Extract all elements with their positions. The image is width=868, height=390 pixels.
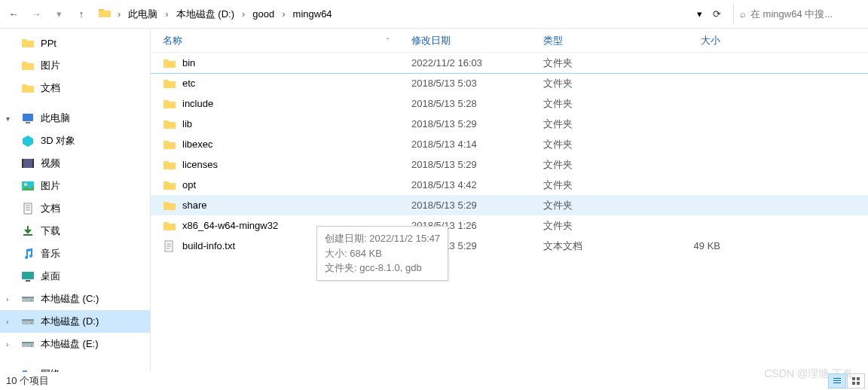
file-row[interactable]: lib2018/5/13 5:29文件夹 xyxy=(151,114,868,134)
tree-item[interactable]: 桌面 xyxy=(0,265,150,288)
file-row[interactable]: build-info.txt2018/5/13 5:29文本文档49 KB xyxy=(151,236,868,256)
tree-item-label: 图片 xyxy=(41,59,60,72)
thumbnails-view-button[interactable] xyxy=(847,373,865,388)
file-name: share xyxy=(182,200,411,211)
svg-rect-8 xyxy=(24,203,32,214)
svg-rect-31 xyxy=(833,378,841,379)
music-icon xyxy=(21,247,35,261)
breadcrumb-dropdown[interactable]: ▾ xyxy=(697,8,702,20)
svg-rect-16 xyxy=(22,297,34,298)
file-type: 文件夹 xyxy=(543,117,660,131)
svg-rect-19 xyxy=(22,319,34,321)
svg-rect-35 xyxy=(857,377,860,380)
details-view-button[interactable] xyxy=(828,373,846,388)
docs-icon xyxy=(21,202,35,215)
txt-icon xyxy=(163,240,178,252)
pictures-icon xyxy=(21,179,35,193)
header-label: 名称 xyxy=(163,34,182,47)
file-row[interactable]: include2018/5/13 5:28文件夹 xyxy=(151,93,868,114)
drive-icon xyxy=(21,292,35,306)
tree-item[interactable]: 图片 xyxy=(0,54,150,77)
tooltip-line: 大小: 684 KB xyxy=(325,246,440,261)
folder-icon xyxy=(163,58,178,69)
file-row[interactable]: etc2018/5/13 5:03文件夹 xyxy=(151,73,868,93)
back-button[interactable]: ← xyxy=(3,4,24,25)
tree-item[interactable]: ›本地磁盘 (D:) xyxy=(0,310,150,333)
navigation-tree: PPt图片文档▾此电脑3D 对象视频图片文档下载音乐桌面›本地磁盘 (C:)›本… xyxy=(0,29,151,372)
refresh-button[interactable]: ⟳ xyxy=(707,5,727,23)
file-name: etc xyxy=(182,78,411,89)
column-header-name[interactable]: 名称 ˆ xyxy=(163,34,411,47)
svg-rect-14 xyxy=(26,280,30,282)
file-type: 文件夹 xyxy=(543,158,660,172)
column-headers: 名称 ˆ 修改日期 类型 大小 xyxy=(151,29,868,53)
tree-item-label: 此电脑 xyxy=(41,111,70,125)
tree-item-label: 视频 xyxy=(41,157,60,170)
recent-button[interactable]: ▾ xyxy=(48,4,69,25)
file-type: 文件夹 xyxy=(543,138,660,151)
svg-rect-1 xyxy=(23,114,33,121)
file-row[interactable]: libexec2018/5/13 4:14文件夹 xyxy=(151,134,868,154)
file-type: 文本文档 xyxy=(543,239,660,253)
breadcrumb-item[interactable]: 本地磁盘 (D:) xyxy=(172,5,239,23)
tree-item[interactable]: 音乐 xyxy=(0,242,150,265)
drive-icon xyxy=(21,337,35,351)
tree-item-label: 文档 xyxy=(41,81,60,95)
tree-item[interactable]: 视频 xyxy=(0,152,150,175)
tree-item[interactable]: 图片 xyxy=(0,175,150,197)
search-input[interactable]: ⌕ 在 mingw64 中搜... xyxy=(733,4,865,25)
search-placeholder: 在 mingw64 中搜... xyxy=(750,8,833,21)
tree-item-label: 本地磁盘 (E:) xyxy=(41,337,99,351)
tree-item[interactable]: 下载 xyxy=(0,220,150,242)
item-count: 10 个项目 xyxy=(6,374,49,388)
tree-item[interactable]: ›本地磁盘 (C:) xyxy=(0,288,150,310)
pc-icon xyxy=(21,111,35,125)
search-icon: ⌕ xyxy=(740,8,746,20)
chevron-icon: › xyxy=(6,318,8,326)
file-row[interactable]: opt2018/5/13 4:42文件夹 xyxy=(151,175,868,195)
breadcrumb[interactable]: › 此电脑 › 本地磁盘 (D:) › good › mingw64 ▾ ⟳ xyxy=(98,5,733,23)
column-header-type[interactable]: 类型 xyxy=(543,34,660,47)
file-date: 2018/5/13 4:14 xyxy=(411,139,543,150)
folder-icon xyxy=(163,221,178,231)
file-date: 2018/5/13 5:28 xyxy=(411,98,543,109)
tree-item[interactable]: PPt xyxy=(0,32,150,54)
breadcrumb-item[interactable]: mingw64 xyxy=(289,6,337,22)
file-row[interactable]: share2018/5/13 5:29文件夹 xyxy=(151,195,868,215)
svg-rect-32 xyxy=(833,380,841,381)
chevron-right-icon: › xyxy=(240,8,246,20)
tree-item[interactable]: 文档 xyxy=(0,197,150,220)
breadcrumb-item[interactable]: 此电脑 xyxy=(124,5,162,23)
file-row[interactable]: bin2022/11/2 16:03文件夹 xyxy=(151,53,868,73)
tree-item-label: 本地磁盘 (D:) xyxy=(41,315,99,328)
breadcrumb-item[interactable]: good xyxy=(248,6,279,22)
svg-rect-0 xyxy=(99,9,103,11)
up-button[interactable]: ↑ xyxy=(71,4,92,25)
folder-icon xyxy=(21,59,35,72)
file-type: 文件夹 xyxy=(543,219,660,233)
chevron-right-icon: › xyxy=(164,8,170,20)
file-type: 文件夹 xyxy=(543,56,660,70)
tree-item[interactable]: 文档 xyxy=(0,77,150,99)
svg-rect-5 xyxy=(32,159,34,168)
tree-item[interactable]: ▾此电脑 xyxy=(0,107,150,129)
file-name: libexec xyxy=(182,139,411,150)
file-row[interactable]: licenses2018/5/13 5:29文件夹 xyxy=(151,154,868,175)
folder-icon xyxy=(163,78,178,89)
svg-rect-4 xyxy=(22,159,23,168)
chevron-icon: › xyxy=(6,295,8,303)
folder-icon xyxy=(163,139,178,150)
column-header-date[interactable]: 修改日期 xyxy=(411,34,543,47)
drive-icon xyxy=(21,315,35,328)
column-header-size[interactable]: 大小 xyxy=(660,34,735,47)
tree-item[interactable]: 3D 对象 xyxy=(0,129,150,152)
forward-button[interactable]: → xyxy=(26,4,47,25)
tree-item[interactable]: ›网络 xyxy=(0,363,150,372)
file-row[interactable]: x86_64-w64-mingw322018/5/13 1:26文件夹 xyxy=(151,215,868,236)
svg-point-23 xyxy=(31,345,32,346)
sort-indicator-icon: ˆ xyxy=(387,37,389,44)
tree-item-label: 3D 对象 xyxy=(41,134,75,148)
tree-item[interactable]: ›本地磁盘 (E:) xyxy=(0,333,150,355)
tooltip: 创建日期: 2022/11/2 15:47 大小: 684 KB 文件夹: gc… xyxy=(316,226,448,281)
tree-item-label: 音乐 xyxy=(41,247,60,261)
